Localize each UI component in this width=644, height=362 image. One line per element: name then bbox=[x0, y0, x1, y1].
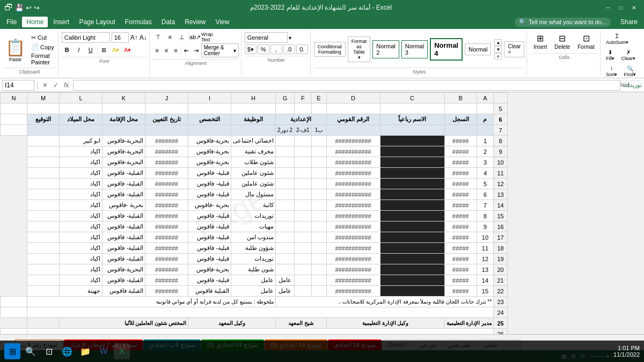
cell-birth[interactable]: اكياد bbox=[60, 157, 103, 168]
col-header-A[interactable]: A bbox=[477, 93, 493, 104]
task-view-button[interactable]: ⊡ bbox=[41, 343, 57, 359]
cell-job[interactable]: شون طلبة bbox=[231, 264, 276, 275]
cell-birth[interactable]: اكياد bbox=[60, 243, 103, 254]
cell-name[interactable] bbox=[380, 136, 444, 146]
cell-natid[interactable]: ########### bbox=[326, 168, 380, 179]
cell-p12[interactable] bbox=[295, 275, 311, 286]
cell-spec[interactable]: بحرية-فاقوس bbox=[188, 146, 231, 157]
merge-center-button[interactable]: Merge & Center ▾ bbox=[201, 43, 239, 57]
cell-p1[interactable] bbox=[311, 243, 326, 254]
menu-page-layout[interactable]: Page Layout bbox=[75, 17, 119, 27]
cell-G5[interactable] bbox=[276, 104, 295, 114]
col-header-D[interactable]: D bbox=[326, 93, 380, 104]
minimize-button[interactable]: ─ bbox=[602, 3, 614, 12]
cell-sig[interactable] bbox=[27, 211, 60, 221]
cell-M5[interactable] bbox=[27, 104, 60, 114]
col-header-H[interactable]: H bbox=[231, 93, 276, 104]
cell-job[interactable]: شئون عاملين bbox=[231, 168, 276, 179]
col-header-C[interactable]: C bbox=[380, 93, 444, 104]
cell-K6[interactable]: محل الإقامة bbox=[103, 114, 145, 125]
cell-B6[interactable]: السجل bbox=[444, 114, 477, 125]
sort-filter-button[interactable]: ↕ Sort▾ bbox=[604, 64, 620, 78]
cell-I5[interactable] bbox=[188, 104, 231, 114]
format-as-table-button[interactable]: Format as Table ▾ bbox=[348, 36, 371, 62]
cell-num[interactable]: 14 bbox=[477, 275, 493, 286]
cell-p12[interactable] bbox=[295, 136, 311, 146]
cell-loc[interactable]: القبلية- فاقوس bbox=[103, 275, 145, 286]
cell-spec[interactable]: قبلية- فاقوس bbox=[188, 275, 231, 286]
cell-p22[interactable] bbox=[276, 179, 295, 189]
cell-p22[interactable] bbox=[276, 136, 295, 146]
cell-serial[interactable]: ##### bbox=[444, 168, 477, 179]
cell-p12[interactable] bbox=[295, 221, 311, 232]
cell-spec[interactable]: بحرية-فاقوس bbox=[188, 264, 231, 275]
cell-J5[interactable] bbox=[145, 104, 188, 114]
cell-I7[interactable] bbox=[188, 125, 231, 136]
cell-p1[interactable] bbox=[311, 286, 326, 297]
cell-A5[interactable] bbox=[477, 104, 493, 114]
cell-serial[interactable]: ##### bbox=[444, 189, 477, 200]
cell-job[interactable]: توريدات bbox=[231, 254, 276, 264]
cell-C7[interactable] bbox=[380, 125, 444, 136]
cell-natid[interactable]: ########### bbox=[326, 200, 380, 211]
confirm-formula-icon[interactable]: ✓ bbox=[52, 82, 60, 89]
cut-button[interactable]: ✂ Cut bbox=[30, 34, 56, 42]
cell-sig[interactable] bbox=[27, 254, 60, 264]
cell-num[interactable]: 9 bbox=[477, 221, 493, 232]
cell-D5[interactable] bbox=[326, 104, 380, 114]
find-select-button[interactable]: 🔍 Find▾ bbox=[621, 64, 638, 78]
cell-date[interactable]: ####### bbox=[145, 157, 188, 168]
cell-name[interactable] bbox=[380, 275, 444, 286]
cell-serial[interactable]: ##### bbox=[444, 211, 477, 221]
col-header-E[interactable]: E bbox=[311, 93, 326, 104]
cell-p1[interactable] bbox=[311, 254, 326, 264]
cell-spec[interactable]: قبلية- فاقوس bbox=[188, 254, 231, 264]
cell-birth[interactable]: اكياد bbox=[60, 168, 103, 179]
edge-browser-icon[interactable]: 🌐 bbox=[59, 343, 75, 359]
cell-num[interactable]: 11 bbox=[477, 243, 493, 254]
cell-p22[interactable] bbox=[276, 146, 295, 157]
cell-p12[interactable] bbox=[295, 200, 311, 211]
cell-L5[interactable] bbox=[60, 104, 103, 114]
cell-birth[interactable]: اكياد bbox=[60, 221, 103, 232]
cell-sig[interactable] bbox=[27, 243, 60, 254]
cell-natid[interactable]: ########### bbox=[326, 211, 380, 221]
cell-date[interactable]: ####### bbox=[145, 189, 188, 200]
cell-natid[interactable]: ########### bbox=[326, 286, 380, 297]
cell-EFG6[interactable]: الإعدادية bbox=[276, 114, 326, 125]
cell-serial[interactable]: ##### bbox=[444, 275, 477, 286]
menu-insert[interactable]: Insert bbox=[49, 17, 74, 27]
cell-sig[interactable] bbox=[27, 146, 60, 157]
normal4-style-button[interactable]: Normal 4 bbox=[430, 38, 463, 61]
cell-serial[interactable]: ##### bbox=[444, 232, 477, 243]
col-header-L[interactable]: L bbox=[60, 93, 103, 104]
cell-J6[interactable]: تاريخ التعيين bbox=[145, 114, 188, 125]
cell-name[interactable] bbox=[380, 146, 444, 157]
cell-serial[interactable]: ##### bbox=[444, 254, 477, 264]
cell-p22[interactable] bbox=[276, 168, 295, 179]
maximize-button[interactable]: □ bbox=[615, 3, 627, 12]
cell-job[interactable]: شؤون طلبة bbox=[231, 243, 276, 254]
cell-spec[interactable]: قبلية- فاقوس bbox=[188, 243, 231, 254]
cell-sig[interactable] bbox=[27, 189, 60, 200]
cell-date[interactable]: ####### bbox=[145, 254, 188, 264]
cell-natid[interactable]: ########### bbox=[326, 146, 380, 157]
center-align-button[interactable]: ≡ bbox=[162, 46, 170, 55]
cell-p22[interactable] bbox=[276, 254, 295, 264]
cell-natid[interactable]: ########### bbox=[326, 189, 380, 200]
cell-L6[interactable]: محل الميلاد bbox=[60, 114, 103, 125]
cell-birth[interactable]: ابو كبير bbox=[60, 136, 103, 146]
formula-input[interactable] bbox=[73, 80, 620, 91]
styles-scroll-up-button[interactable]: ▲ bbox=[494, 39, 502, 46]
indent-decrease-button[interactable]: ⇤ bbox=[182, 46, 191, 55]
cell-name[interactable] bbox=[380, 157, 444, 168]
cell-loc[interactable]: البحرية-فاقوس bbox=[103, 146, 145, 157]
cell-loc[interactable]: القبلية- فاقوس bbox=[103, 221, 145, 232]
cell-sig[interactable] bbox=[27, 275, 60, 286]
col-header-J[interactable]: J bbox=[145, 93, 188, 104]
cell-p12[interactable] bbox=[295, 243, 311, 254]
cell-p22[interactable] bbox=[276, 243, 295, 254]
cell-natid[interactable]: ########### bbox=[326, 221, 380, 232]
cell-D7[interactable] bbox=[326, 125, 380, 136]
cell-p1[interactable] bbox=[311, 136, 326, 146]
